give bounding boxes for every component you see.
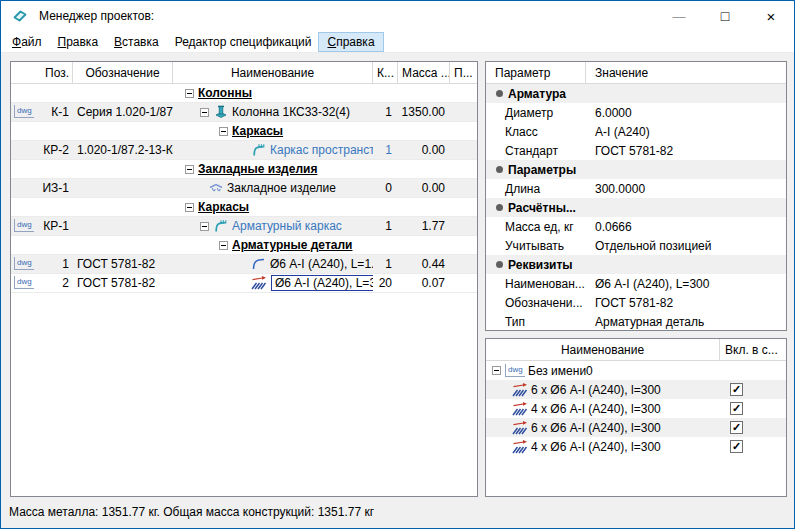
param-group-label: Параметры [508,163,576,177]
table-row[interactable]: dwg1ГОСТ 5781-82Ø6 А-I (А240), L=1...10.… [11,255,477,274]
hatch-icon [512,382,528,398]
param-row[interactable]: Диаметр6.0000 [486,103,786,122]
collapse-toggle-icon[interactable] [185,165,194,174]
menu-item-0[interactable]: Файл [4,33,50,51]
bom-table-body: КолонныdwgК-1Серия 1.020-1/87 ...Колонна… [11,84,477,293]
set-item-row[interactable]: 6 x Ø6 А-I (А240), l=300✓ [486,380,786,399]
param-value: Арматурная деталь [586,315,786,329]
item-name: Каркас пространст... [270,143,373,157]
param-label: Класс [486,125,586,139]
hatch-icon [251,275,267,291]
param-value: ГОСТ 5781-82 [586,144,786,158]
param-group-row[interactable]: Расчётны... [486,198,786,217]
group-row[interactable]: Арматурные детали [11,236,477,255]
table-row[interactable]: dwg2ГОСТ 5781-82Ø6 А-I (А240), L=300200.… [11,274,477,293]
maximize-button[interactable]: □ [702,1,748,31]
menu-item-4[interactable]: Справка [319,33,382,51]
column-header-value[interactable]: Значение [586,62,786,83]
column-header-name[interactable]: Наименование [173,62,373,83]
selected-cell[interactable]: Ø6 А-I (А240), L=300 [271,275,373,291]
include-checkbox[interactable]: ✓ [730,440,743,453]
param-row[interactable]: Длина300.0000 [486,179,786,198]
param-row[interactable]: СтандартГОСТ 5781-82 [486,141,786,160]
param-row[interactable]: УчитыватьОтдельной позицией [486,236,786,255]
param-row[interactable]: Обозначени...ГОСТ 5781-82 [486,293,786,312]
position-value: КР-2 [43,143,69,157]
table-row[interactable]: КР-21.020-1/87.2-13-К05Каркас пространст… [11,141,477,160]
column-header-pos[interactable]: Поз. [11,62,73,83]
include-checkbox[interactable]: ✓ [730,402,743,415]
collapse-toggle-icon[interactable] [185,89,194,98]
param-row[interactable]: ТипАрматурная деталь [486,312,786,331]
table-row[interactable]: dwgК-1Серия 1.020-1/87 ...Колонна 1КС33-… [11,103,477,122]
set-table-header: Наименование Вкл. в с... [486,339,786,361]
column-header-qty[interactable]: К... [373,62,398,83]
param-row[interactable]: Масса ед, кг0.0666 [486,217,786,236]
embed-icon [208,180,224,196]
param-label: Масса ед, кг [486,220,586,234]
position-value: 1 [62,257,69,271]
group-label: Колонны [198,86,252,100]
bom-tree-panel: Поз. Обозначение Наименование К... Масса… [10,61,478,497]
include-checkbox[interactable]: ✓ [730,421,743,434]
param-value: Отдельной позицией [586,239,786,253]
titlebar: Менеджер проектов: — □ × [1,1,794,31]
frame-icon [251,142,267,158]
column-header-include[interactable]: Вкл. в с... [720,339,786,360]
collapse-toggle-icon[interactable] [200,222,209,231]
bullet-icon [496,261,503,268]
dwg-icon: dwg [505,364,525,377]
include-checkbox[interactable]: ✓ [730,383,743,396]
status-text: Масса металла: 1351.77 кг. Общая масса к… [9,505,374,519]
qty-value: 1 [385,105,392,119]
menu-item-2[interactable]: Вставка [106,33,167,51]
collapse-toggle-icon[interactable] [219,127,228,136]
included-sets-panel: Наименование Вкл. в с... dwgБез имени06 … [485,338,787,497]
param-group-row[interactable]: Параметры [486,160,786,179]
dwg-icon: dwg [14,276,34,289]
set-item-row[interactable]: 4 x Ø6 А-I (А240), l=300✓ [486,399,786,418]
bullet-icon [496,204,503,211]
app-icon[interactable] [12,8,28,24]
column-header-mass[interactable]: Масса ... [398,62,450,83]
collapse-toggle-icon[interactable] [219,241,228,250]
param-group-row[interactable]: Арматура [486,84,786,103]
param-group-row[interactable]: Реквизиты [486,255,786,274]
bullet-icon [496,90,503,97]
frame-icon [213,218,229,234]
close-button[interactable]: × [748,1,794,31]
window-title: Менеджер проектов: [39,9,154,23]
column-header-parameter[interactable]: Параметр [486,62,586,83]
set-item-label: 6 x Ø6 А-I (А240), l=300 [531,383,661,397]
arc-icon [251,256,267,272]
dwg-icon: dwg [14,219,34,232]
menu-item-1[interactable]: Правка [50,33,107,51]
position-value: К-1 [51,105,69,119]
column-header-p[interactable]: П... [450,62,477,83]
group-row[interactable]: Закладные изделия [11,160,477,179]
group-label: Закладные изделия [198,162,317,176]
param-label: Тип [486,315,586,329]
param-value: Ø6 А-I (А240), L=300 [586,277,786,291]
column-header-designation[interactable]: Обозначение [73,62,173,83]
param-label: Стандарт [486,144,586,158]
qty-value: 1 [385,257,392,271]
minimize-button[interactable]: — [656,1,702,31]
collapse-toggle-icon[interactable] [492,366,501,375]
group-row[interactable]: Колонны [11,84,477,103]
param-row[interactable]: Наименован...Ø6 А-I (А240), L=300 [486,274,786,293]
collapse-toggle-icon[interactable] [185,203,194,212]
set-item-row[interactable]: 4 x Ø6 А-I (А240), l=300✓ [486,437,786,456]
param-table-body: АрматураДиаметр6.0000КлассА-I (А240)Стан… [486,84,786,331]
table-row[interactable]: ИЗ-1Закладное изделие00.00 [11,179,477,198]
collapse-toggle-icon[interactable] [200,108,209,117]
group-row[interactable]: Каркасы [11,198,477,217]
set-item-row[interactable]: 6 x Ø6 А-I (А240), l=300✓ [486,418,786,437]
column-header-set-name[interactable]: Наименование [486,339,720,360]
set-root-row[interactable]: dwgБез имени0 [486,361,786,380]
param-row[interactable]: КлассА-I (А240) [486,122,786,141]
param-label: Наименован... [486,277,586,291]
group-row[interactable]: Каркасы [11,122,477,141]
table-row[interactable]: dwgКР-1Арматурный каркас11.77 [11,217,477,236]
menu-item-3[interactable]: Редактор спецификаций [167,33,320,51]
